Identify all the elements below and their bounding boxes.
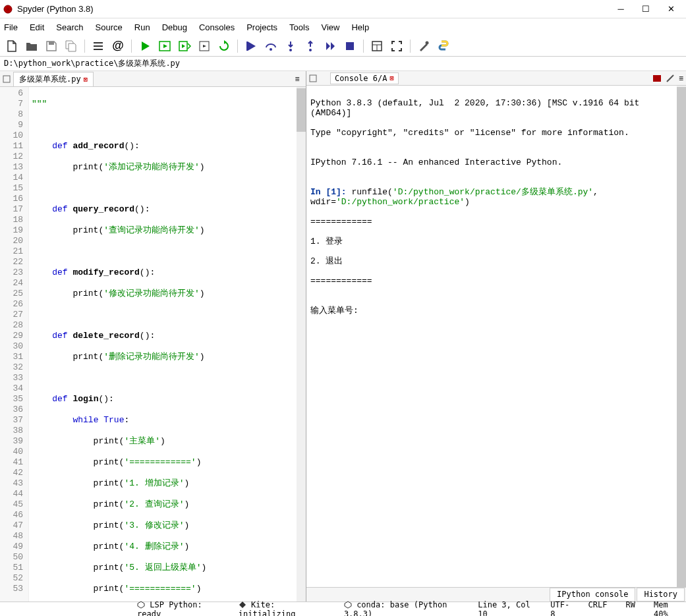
step-into-icon[interactable] bbox=[283, 38, 299, 54]
at-icon[interactable]: @ bbox=[110, 38, 126, 54]
lsp-status-icon bbox=[137, 601, 145, 609]
debug-icon[interactable] bbox=[243, 38, 259, 54]
save-icon[interactable] bbox=[43, 38, 59, 54]
svg-point-11 bbox=[426, 41, 429, 44]
status-rw: RW bbox=[626, 600, 635, 617]
preferences-icon[interactable] bbox=[416, 38, 432, 54]
menu-tools[interactable]: Tools bbox=[289, 22, 309, 32]
editor-options-icon[interactable]: ≡ bbox=[291, 73, 303, 85]
status-conda: conda: base (Python 3.8.3) bbox=[344, 600, 447, 617]
svg-rect-12 bbox=[3, 76, 10, 82]
console-pane: Console 6/A ⊠ ≡ Python 3.8.3 (default, J… bbox=[306, 71, 686, 602]
list-icon[interactable] bbox=[90, 38, 106, 54]
spyder-app-icon bbox=[3, 4, 13, 14]
tab-close-icon[interactable]: ⊠ bbox=[84, 76, 88, 83]
editor-scrollbar[interactable] bbox=[297, 87, 306, 602]
console-input-prompt[interactable]: 输入菜单号: bbox=[310, 306, 682, 316]
console-tool-icon-1[interactable] bbox=[652, 74, 662, 83]
menu-run[interactable]: Run bbox=[134, 22, 150, 32]
close-button[interactable]: ✕ bbox=[658, 1, 683, 17]
save-all-icon[interactable] bbox=[63, 38, 79, 54]
status-lsp: LSP Python: ready bbox=[137, 600, 202, 617]
status-eol[interactable]: CRLF bbox=[588, 600, 608, 617]
menu-edit[interactable]: Edit bbox=[30, 22, 44, 32]
svg-point-7 bbox=[289, 49, 292, 51]
run-icon[interactable] bbox=[137, 38, 153, 54]
code-area[interactable]: """ def add_record(): print('添加记录功能尚待开发'… bbox=[29, 87, 306, 602]
browse-tabs-icon[interactable] bbox=[3, 75, 11, 83]
status-memory: Mem 40% bbox=[654, 600, 681, 617]
window-title: Spyder (Python 3.8) bbox=[17, 4, 608, 14]
run-cell-icon[interactable] bbox=[157, 38, 173, 54]
menu-projects[interactable]: Projects bbox=[246, 22, 277, 32]
continue-icon[interactable] bbox=[322, 38, 338, 54]
file-path: D:\python_work\practice\多级菜单系统.py bbox=[4, 58, 180, 69]
menu-search[interactable]: Search bbox=[56, 22, 83, 32]
svg-rect-5 bbox=[246, 42, 248, 51]
status-cursor-pos: Line 3, Col 10 bbox=[478, 600, 532, 617]
statusbar: LSP Python: ready Kite: initializing con… bbox=[0, 602, 686, 616]
rerun-icon[interactable] bbox=[216, 38, 232, 54]
fullscreen-icon[interactable] bbox=[389, 38, 405, 54]
line-number-gutter: 6789101112131415161718192021222324252627… bbox=[0, 87, 29, 602]
menu-consoles[interactable]: Consoles bbox=[199, 22, 235, 32]
menu-debug[interactable]: Debug bbox=[162, 22, 187, 32]
editor-pane: 多级菜单系统.py ⊠ ≡ 67891011121314151617181920… bbox=[0, 71, 306, 602]
svg-point-6 bbox=[270, 48, 272, 51]
menu-source[interactable]: Source bbox=[96, 22, 123, 32]
editor-tabs: 多级菜单系统.py ⊠ ≡ bbox=[0, 71, 306, 87]
svg-point-8 bbox=[309, 49, 312, 51]
run-selection-icon[interactable] bbox=[196, 38, 212, 54]
console-options-icon[interactable]: ≡ bbox=[679, 74, 683, 83]
maximize-button[interactable]: ☐ bbox=[633, 1, 658, 17]
step-over-icon[interactable] bbox=[263, 38, 279, 54]
tab-filename: 多级菜单系统.py bbox=[19, 74, 81, 85]
stop-icon[interactable] bbox=[342, 38, 358, 54]
svg-rect-14 bbox=[653, 75, 661, 82]
menu-view[interactable]: View bbox=[321, 22, 339, 32]
conda-status-icon bbox=[344, 601, 352, 609]
titlebar: Spyder (Python 3.8) ─ ☐ ✕ bbox=[0, 0, 686, 18]
new-file-icon[interactable] bbox=[4, 38, 20, 54]
console-header: Console 6/A ⊠ ≡ bbox=[306, 71, 686, 86]
console-output[interactable]: Python 3.8.3 (default, Jul 2 2020, 17:30… bbox=[306, 86, 686, 587]
editor-tab-active[interactable]: 多级菜单系统.py ⊠ bbox=[13, 72, 94, 86]
console-tab-close-icon[interactable]: ⊠ bbox=[389, 74, 393, 82]
console-tool-icon-2[interactable] bbox=[666, 74, 675, 83]
console-tab-label: Console 6/A bbox=[335, 74, 387, 83]
svg-rect-1 bbox=[49, 42, 54, 45]
step-out-icon[interactable] bbox=[302, 38, 318, 54]
status-encoding[interactable]: UTF-8 bbox=[550, 600, 569, 617]
open-file-icon[interactable] bbox=[24, 38, 40, 54]
console-scrollbar[interactable] bbox=[677, 86, 686, 587]
toolbar: @ bbox=[0, 36, 686, 57]
run-cell-advance-icon[interactable] bbox=[177, 38, 192, 54]
svg-rect-13 bbox=[310, 75, 316, 82]
kite-status-icon bbox=[239, 601, 246, 609]
code-editor[interactable]: 6789101112131415161718192021222324252627… bbox=[0, 87, 306, 602]
menu-file[interactable]: File bbox=[4, 22, 18, 32]
svg-rect-9 bbox=[346, 42, 354, 50]
minimize-button[interactable]: ─ bbox=[608, 1, 633, 17]
status-kite: Kite: initializing bbox=[239, 600, 296, 617]
python-path-icon[interactable] bbox=[436, 38, 451, 54]
console-browse-icon[interactable] bbox=[309, 74, 317, 82]
file-path-bar: D:\python_work\practice\多级菜单系统.py bbox=[0, 57, 686, 71]
console-tab[interactable]: Console 6/A ⊠ bbox=[330, 72, 399, 84]
menu-help[interactable]: Help bbox=[351, 22, 369, 32]
layout-icon[interactable] bbox=[369, 38, 385, 54]
menubar: File Edit Search Source Run Debug Consol… bbox=[0, 18, 686, 36]
